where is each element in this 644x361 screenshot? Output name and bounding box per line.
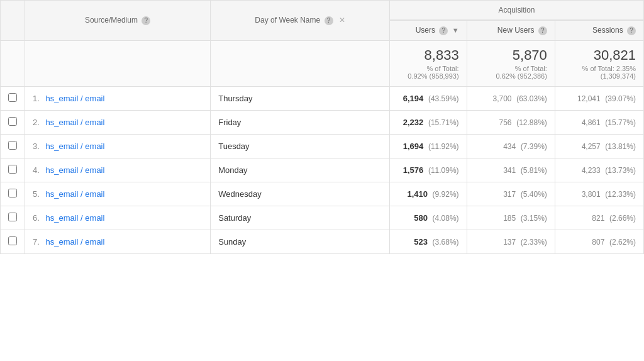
- row-day-cell: Tuesday: [211, 135, 390, 158]
- users-pct: (43.59%): [428, 94, 459, 103]
- source-link[interactable]: hs_email / email: [45, 94, 104, 103]
- row-users-cell: 2,232 (15.71%): [390, 111, 467, 135]
- row-source-cell: 5. hs_email / email: [25, 182, 211, 206]
- table-row: 5. hs_email / email Wednesday 1,410 (9.9…: [1, 182, 644, 206]
- row-number: 4.: [33, 165, 40, 175]
- source-link[interactable]: hs_email / email: [45, 189, 104, 199]
- source-link[interactable]: hs_email / email: [45, 165, 104, 175]
- new-users-pct: (2.33%): [521, 238, 547, 247]
- row-checkbox-cell: [1, 158, 25, 182]
- row-checkbox[interactable]: [8, 93, 17, 102]
- totals-source-cell: [25, 41, 211, 87]
- users-value: 2,232: [403, 118, 424, 127]
- sessions-help-icon[interactable]: ?: [627, 26, 636, 35]
- row-source-cell: 2. hs_email / email: [25, 111, 211, 135]
- sessions-pct: (12.33%): [605, 190, 636, 199]
- users-pct: (11.09%): [428, 166, 459, 175]
- sessions-pct: (2.66%): [609, 214, 636, 223]
- row-checkbox[interactable]: [8, 165, 17, 174]
- row-day-cell: Monday: [211, 158, 390, 182]
- sessions-value: 807: [592, 238, 604, 247]
- row-checkbox-cell: [1, 135, 25, 158]
- totals-sessions-cell: 30,821 % of Total: 2.35% (1,309,374): [555, 41, 643, 87]
- row-new-users-cell: 185 (3.15%): [467, 206, 555, 230]
- totals-row: 8,833 % of Total: 0.92% (958,993) 5,870 …: [1, 41, 644, 87]
- row-number: 2.: [33, 118, 40, 127]
- row-number: 6.: [33, 213, 40, 223]
- table-row: 7. hs_email / email Sunday 523 (3.68%) 1…: [1, 230, 644, 254]
- totals-checkbox-cell: [1, 41, 25, 87]
- row-checkbox[interactable]: [8, 189, 17, 197]
- sessions-value: 12,041: [577, 94, 601, 103]
- table-row: 2. hs_email / email Friday 2,232 (15.71%…: [1, 111, 644, 135]
- row-checkbox-cell: [1, 206, 25, 230]
- row-checkbox[interactable]: [8, 117, 17, 126]
- new-users-value: 3,700: [492, 94, 511, 103]
- row-sessions-cell: 807 (2.62%): [555, 230, 643, 254]
- row-source-cell: 6. hs_email / email: [25, 206, 211, 230]
- row-sessions-cell: 4,233 (13.73%): [555, 158, 643, 182]
- row-sessions-cell: 3,801 (12.33%): [555, 182, 643, 206]
- row-day-cell: Thursday: [211, 87, 390, 111]
- day-of-week-help-icon[interactable]: ?: [325, 16, 333, 25]
- row-checkbox-cell: [1, 111, 25, 135]
- row-sessions-cell: 4,257 (13.81%): [555, 135, 643, 158]
- row-day-cell: Saturday: [211, 206, 390, 230]
- users-sort-icon[interactable]: ▼: [452, 26, 459, 34]
- new-users-value: 434: [503, 142, 516, 151]
- source-medium-help-icon[interactable]: ?: [142, 16, 150, 25]
- row-sessions-cell: 4,861 (15.77%): [555, 111, 643, 135]
- day-of-week-edit-icon[interactable]: ✕: [339, 16, 345, 25]
- new-users-value: 185: [503, 214, 516, 223]
- new-users-pct: (5.40%): [521, 190, 547, 199]
- acquisition-header: Acquisition: [390, 1, 644, 21]
- row-number: 3.: [33, 142, 40, 151]
- analytics-table: Source/Medium ? Day of Week Name ? ✕ Acq…: [0, 0, 644, 254]
- row-users-cell: 580 (4.08%): [390, 206, 467, 230]
- new-users-value: 317: [503, 190, 516, 199]
- users-help-icon[interactable]: ?: [439, 26, 448, 35]
- row-number: 5.: [33, 189, 40, 199]
- new-users-value: 137: [503, 238, 516, 247]
- row-source-cell: 3. hs_email / email: [25, 135, 211, 158]
- source-link[interactable]: hs_email / email: [45, 213, 104, 223]
- source-link[interactable]: hs_email / email: [45, 118, 104, 127]
- row-users-cell: 523 (3.68%): [390, 230, 467, 254]
- row-day-cell: Sunday: [211, 230, 390, 254]
- table-row: 6. hs_email / email Saturday 580 (4.08%)…: [1, 206, 644, 230]
- users-column-header: Users ? ▼: [390, 20, 467, 41]
- new-users-pct: (63.03%): [516, 94, 547, 103]
- users-value: 523: [414, 237, 428, 247]
- row-users-cell: 1,694 (11.92%): [390, 135, 467, 158]
- source-medium-header: Source/Medium ?: [25, 1, 211, 41]
- source-link[interactable]: hs_email / email: [45, 142, 104, 151]
- row-source-cell: 7. hs_email / email: [25, 230, 211, 254]
- users-value: 1,694: [403, 142, 424, 151]
- row-day-cell: Wednesday: [211, 182, 390, 206]
- totals-new-users-cell: 5,870 % of Total: 0.62% (952,386): [467, 41, 555, 87]
- users-pct: (9.92%): [433, 190, 459, 199]
- row-new-users-cell: 756 (12.88%): [467, 111, 555, 135]
- row-source-cell: 1. hs_email / email: [25, 87, 211, 111]
- row-checkbox-cell: [1, 87, 25, 111]
- sessions-column-header: Sessions ?: [555, 20, 643, 41]
- sessions-pct: (2.62%): [609, 238, 636, 247]
- source-link[interactable]: hs_email / email: [45, 237, 104, 247]
- table-row: 3. hs_email / email Tuesday 1,694 (11.92…: [1, 135, 644, 158]
- header-top-row: Source/Medium ? Day of Week Name ? ✕ Acq…: [1, 1, 644, 21]
- row-new-users-cell: 434 (7.39%): [467, 135, 555, 158]
- new-users-pct: (7.39%): [521, 142, 547, 151]
- sessions-value: 3,801: [582, 190, 601, 199]
- row-new-users-cell: 3,700 (63.03%): [467, 87, 555, 111]
- sessions-value: 4,861: [582, 118, 601, 127]
- row-users-cell: 1,410 (9.92%): [390, 182, 467, 206]
- row-checkbox[interactable]: [8, 213, 17, 221]
- new-users-help-icon[interactable]: ?: [538, 26, 547, 35]
- new-users-value: 756: [499, 118, 511, 127]
- row-checkbox[interactable]: [8, 141, 17, 150]
- totals-day-cell: [211, 41, 390, 87]
- sessions-value: 4,257: [582, 142, 601, 151]
- row-checkbox[interactable]: [8, 236, 17, 245]
- row-new-users-cell: 341 (5.81%): [467, 158, 555, 182]
- row-users-cell: 1,576 (11.09%): [390, 158, 467, 182]
